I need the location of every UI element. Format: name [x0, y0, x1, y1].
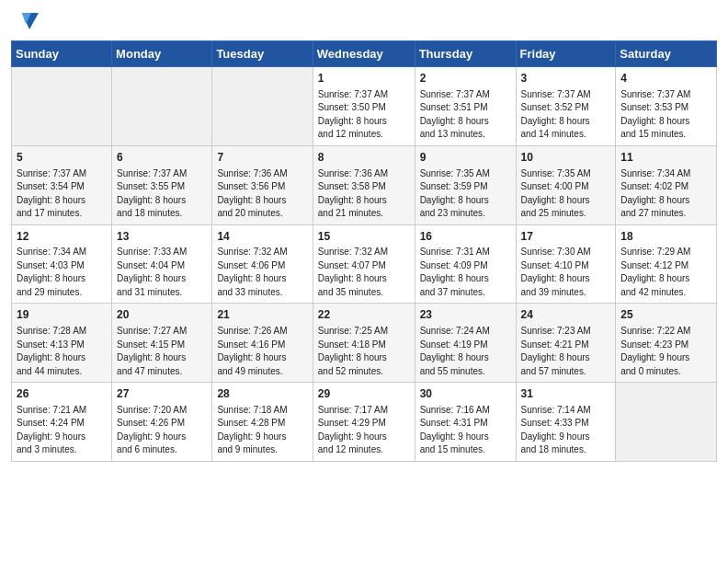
calendar-cell: 26Sunrise: 7:21 AM Sunset: 4:24 PM Dayli… [12, 383, 112, 462]
calendar-cell: 4Sunrise: 7:37 AM Sunset: 3:53 PM Daylig… [616, 67, 717, 146]
calendar-cell: 13Sunrise: 7:33 AM Sunset: 4:04 PM Dayli… [112, 224, 212, 304]
day-info: Sunrise: 7:25 AM Sunset: 4:18 PM Dayligh… [318, 325, 410, 378]
calendar-cell: 6Sunrise: 7:37 AM Sunset: 3:55 PM Daylig… [112, 145, 212, 224]
day-number: 8 [318, 150, 410, 166]
day-info: Sunrise: 7:36 AM Sunset: 3:56 PM Dayligh… [217, 167, 307, 221]
day-number: 7 [217, 150, 307, 166]
calendar-cell: 30Sunrise: 7:16 AM Sunset: 4:31 PM Dayli… [415, 383, 516, 462]
day-info: Sunrise: 7:16 AM Sunset: 4:31 PM Dayligh… [420, 404, 511, 457]
day-number: 24 [521, 307, 611, 323]
calendar-cell: 18Sunrise: 7:29 AM Sunset: 4:12 PM Dayli… [616, 224, 717, 304]
day-info: Sunrise: 7:24 AM Sunset: 4:19 PM Dayligh… [420, 325, 511, 378]
calendar-cell: 23Sunrise: 7:24 AM Sunset: 4:19 PM Dayli… [415, 304, 516, 383]
day-info: Sunrise: 7:17 AM Sunset: 4:29 PM Dayligh… [318, 404, 410, 457]
day-number: 5 [17, 150, 107, 166]
day-info: Sunrise: 7:37 AM Sunset: 3:53 PM Dayligh… [620, 88, 711, 142]
calendar-cell [212, 67, 313, 146]
day-number: 1 [318, 71, 410, 86]
weekday-header-thursday: Thursday [415, 41, 516, 67]
day-number: 27 [117, 386, 207, 402]
weekday-header-sunday: Sunday [12, 41, 112, 67]
page: SundayMondayTuesdayWednesdayThursdayFrid… [0, 0, 728, 471]
day-number: 17 [521, 229, 611, 245]
day-number: 31 [521, 386, 611, 402]
calendar-cell: 8Sunrise: 7:36 AM Sunset: 3:58 PM Daylig… [313, 145, 415, 224]
day-number: 13 [117, 229, 207, 245]
day-number: 9 [420, 150, 511, 166]
calendar-cell [12, 67, 112, 146]
day-info: Sunrise: 7:21 AM Sunset: 4:24 PM Dayligh… [17, 404, 107, 457]
weekday-header-wednesday: Wednesday [313, 41, 415, 67]
calendar-cell: 28Sunrise: 7:18 AM Sunset: 4:28 PM Dayli… [212, 383, 313, 462]
day-info: Sunrise: 7:18 AM Sunset: 4:28 PM Dayligh… [217, 404, 307, 457]
day-number: 15 [318, 229, 410, 245]
day-number: 16 [420, 229, 511, 245]
day-info: Sunrise: 7:33 AM Sunset: 4:04 PM Dayligh… [117, 246, 207, 299]
week-row-5: 26Sunrise: 7:21 AM Sunset: 4:24 PM Dayli… [12, 383, 717, 462]
calendar-cell: 17Sunrise: 7:30 AM Sunset: 4:10 PM Dayli… [516, 224, 616, 304]
day-info: Sunrise: 7:37 AM Sunset: 3:55 PM Dayligh… [117, 167, 207, 221]
day-number: 2 [420, 71, 511, 86]
calendar-cell: 14Sunrise: 7:32 AM Sunset: 4:06 PM Dayli… [212, 224, 313, 304]
calendar-cell: 16Sunrise: 7:31 AM Sunset: 4:09 PM Dayli… [415, 224, 516, 304]
calendar-table: SundayMondayTuesdayWednesdayThursdayFrid… [11, 40, 717, 462]
calendar-cell [616, 383, 717, 462]
day-number: 20 [117, 307, 207, 323]
day-number: 4 [620, 71, 711, 86]
calendar-cell: 29Sunrise: 7:17 AM Sunset: 4:29 PM Dayli… [313, 383, 415, 462]
day-info: Sunrise: 7:35 AM Sunset: 3:59 PM Dayligh… [420, 167, 511, 221]
calendar-cell: 25Sunrise: 7:22 AM Sunset: 4:23 PM Dayli… [616, 304, 717, 383]
day-info: Sunrise: 7:27 AM Sunset: 4:15 PM Dayligh… [117, 325, 207, 378]
day-info: Sunrise: 7:28 AM Sunset: 4:13 PM Dayligh… [17, 325, 107, 378]
day-info: Sunrise: 7:26 AM Sunset: 4:16 PM Dayligh… [217, 325, 307, 378]
calendar-cell: 24Sunrise: 7:23 AM Sunset: 4:21 PM Dayli… [516, 304, 616, 383]
calendar-cell: 7Sunrise: 7:36 AM Sunset: 3:56 PM Daylig… [212, 145, 313, 224]
calendar-cell: 12Sunrise: 7:34 AM Sunset: 4:03 PM Dayli… [12, 224, 112, 304]
calendar-cell: 31Sunrise: 7:14 AM Sunset: 4:33 PM Dayli… [516, 383, 616, 462]
day-number: 22 [318, 307, 410, 323]
calendar-cell: 19Sunrise: 7:28 AM Sunset: 4:13 PM Dayli… [12, 304, 112, 383]
day-number: 14 [217, 229, 307, 245]
calendar-cell: 27Sunrise: 7:20 AM Sunset: 4:26 PM Dayli… [112, 383, 212, 462]
day-number: 12 [17, 229, 107, 245]
day-number: 21 [217, 307, 307, 323]
weekday-header-saturday: Saturday [616, 41, 717, 67]
week-row-2: 5Sunrise: 7:37 AM Sunset: 3:54 PM Daylig… [12, 145, 717, 224]
week-row-1: 1Sunrise: 7:37 AM Sunset: 3:50 PM Daylig… [12, 67, 717, 146]
day-info: Sunrise: 7:31 AM Sunset: 4:09 PM Dayligh… [420, 246, 511, 299]
weekday-header-monday: Monday [112, 41, 212, 67]
day-info: Sunrise: 7:14 AM Sunset: 4:33 PM Dayligh… [521, 404, 611, 457]
day-number: 28 [217, 386, 307, 402]
calendar-cell: 22Sunrise: 7:25 AM Sunset: 4:18 PM Dayli… [313, 304, 415, 383]
day-info: Sunrise: 7:37 AM Sunset: 3:52 PM Dayligh… [521, 88, 611, 142]
weekday-header-row: SundayMondayTuesdayWednesdayThursdayFrid… [12, 41, 717, 67]
calendar-cell: 5Sunrise: 7:37 AM Sunset: 3:54 PM Daylig… [12, 145, 112, 224]
day-info: Sunrise: 7:22 AM Sunset: 4:23 PM Dayligh… [620, 325, 711, 378]
header [11, 9, 717, 35]
calendar-cell: 15Sunrise: 7:32 AM Sunset: 4:07 PM Dayli… [313, 224, 415, 304]
weekday-header-friday: Friday [516, 41, 616, 67]
calendar-cell: 10Sunrise: 7:35 AM Sunset: 4:00 PM Dayli… [516, 145, 616, 224]
day-info: Sunrise: 7:34 AM Sunset: 4:03 PM Dayligh… [17, 246, 107, 299]
calendar-cell: 3Sunrise: 7:37 AM Sunset: 3:52 PM Daylig… [516, 67, 616, 146]
calendar-cell: 20Sunrise: 7:27 AM Sunset: 4:15 PM Dayli… [112, 304, 212, 383]
day-number: 30 [420, 386, 511, 402]
day-info: Sunrise: 7:36 AM Sunset: 3:58 PM Dayligh… [318, 167, 410, 221]
day-info: Sunrise: 7:32 AM Sunset: 4:06 PM Dayligh… [217, 246, 307, 299]
day-info: Sunrise: 7:37 AM Sunset: 3:54 PM Dayligh… [17, 167, 107, 221]
day-info: Sunrise: 7:32 AM Sunset: 4:07 PM Dayligh… [318, 246, 410, 299]
day-info: Sunrise: 7:35 AM Sunset: 4:00 PM Dayligh… [521, 167, 611, 221]
week-row-4: 19Sunrise: 7:28 AM Sunset: 4:13 PM Dayli… [12, 304, 717, 383]
day-info: Sunrise: 7:34 AM Sunset: 4:02 PM Dayligh… [620, 167, 711, 221]
day-info: Sunrise: 7:29 AM Sunset: 4:12 PM Dayligh… [620, 246, 711, 299]
week-row-3: 12Sunrise: 7:34 AM Sunset: 4:03 PM Dayli… [12, 224, 717, 304]
logo [11, 9, 39, 35]
day-info: Sunrise: 7:30 AM Sunset: 4:10 PM Dayligh… [521, 246, 611, 299]
calendar-cell: 21Sunrise: 7:26 AM Sunset: 4:16 PM Dayli… [212, 304, 313, 383]
day-number: 10 [521, 150, 611, 166]
day-number: 26 [17, 386, 107, 402]
calendar-cell: 9Sunrise: 7:35 AM Sunset: 3:59 PM Daylig… [415, 145, 516, 224]
day-number: 19 [17, 307, 107, 323]
day-number: 18 [620, 229, 711, 245]
day-info: Sunrise: 7:23 AM Sunset: 4:21 PM Dayligh… [521, 325, 611, 378]
